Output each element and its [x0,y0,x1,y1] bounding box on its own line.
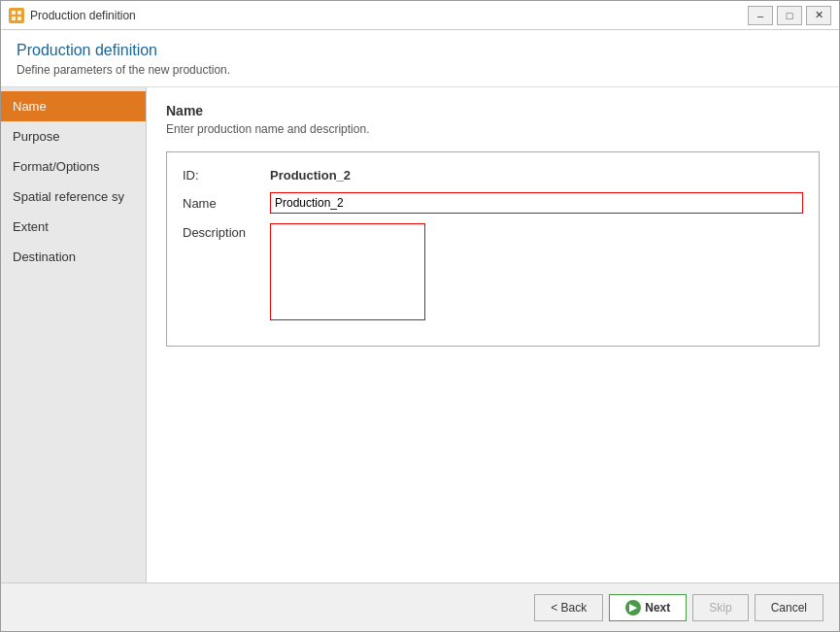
main-content: Name Purpose Format/Options Spatial refe… [1,87,839,582]
next-icon: ▶ [625,600,641,615]
footer: < Back ▶ Next Skip Cancel [1,582,839,631]
skip-label: Skip [709,601,731,615]
next-label: Next [645,601,670,615]
skip-button[interactable]: Skip [692,594,748,621]
app-icon [9,8,24,23]
description-row: Description [183,223,803,320]
content-subtitle: Enter production name and description. [166,122,820,136]
svg-rect-2 [12,17,16,20]
description-label: Description [183,223,270,240]
id-row: ID: Production_2 [183,168,803,183]
form-area: ID: Production_2 Name Description [166,151,820,347]
sidebar: Name Purpose Format/Options Spatial refe… [1,87,147,582]
name-input[interactable] [270,192,803,214]
minimize-button[interactable]: – [748,6,773,25]
name-row: Name [183,192,803,214]
name-label: Name [183,196,270,211]
cancel-label: Cancel [771,601,807,615]
svg-rect-0 [12,11,16,15]
close-button[interactable]: ✕ [806,6,831,25]
window-controls: – □ ✕ [748,6,831,25]
sidebar-item-name[interactable]: Name [1,91,146,121]
sidebar-item-spatial-reference[interactable]: Spatial reference sy [1,182,146,212]
back-button[interactable]: < Back [534,594,603,621]
sidebar-item-format-options[interactable]: Format/Options [1,151,146,182]
sidebar-item-purpose[interactable]: Purpose [1,121,146,151]
maximize-button[interactable]: □ [777,6,802,25]
header: Production definition Define parameters … [1,30,839,87]
page-title: Production definition [17,42,823,59]
window-title: Production definition [30,9,748,22]
svg-rect-1 [17,11,21,15]
back-label: < Back [551,601,587,615]
window: Production definition – □ ✕ Production d… [0,0,840,632]
id-label: ID: [183,168,270,183]
cancel-button[interactable]: Cancel [755,594,823,621]
sidebar-item-destination[interactable]: Destination [1,242,146,272]
sidebar-item-extent[interactable]: Extent [1,212,146,242]
content-panel: Name Enter production name and descripti… [147,87,839,582]
id-value: Production_2 [270,168,351,183]
page-subtitle: Define parameters of the new production. [17,63,823,77]
title-bar: Production definition – □ ✕ [1,1,839,30]
svg-rect-3 [17,17,21,20]
next-button[interactable]: ▶ Next [609,594,687,621]
description-input[interactable] [270,223,425,320]
content-title: Name [166,103,820,118]
